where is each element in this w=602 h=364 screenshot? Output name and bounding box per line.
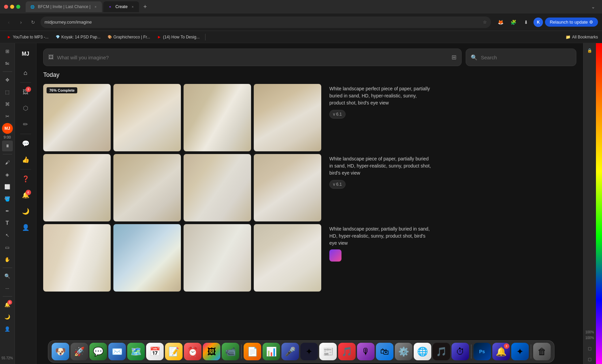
gallery-image-1-3[interactable] — [184, 84, 251, 151]
dock-music[interactable]: 🎵 — [338, 343, 356, 360]
minimize-button[interactable] — [10, 5, 14, 9]
dock-appstore[interactable]: 🛍 — [376, 343, 393, 360]
gallery-image-1-1[interactable]: 76% Complete — [43, 84, 111, 151]
back-button[interactable]: ‹ — [4, 18, 13, 27]
gallery-image-3-1[interactable] — [43, 224, 111, 292]
moon-tool[interactable]: 🌙 — [2, 311, 13, 322]
dock-spotify[interactable]: 🎵 — [433, 343, 450, 360]
dock-craft[interactable]: ✦ — [300, 343, 318, 360]
imagine-bar[interactable]: 🖼 ⊞ — [43, 49, 462, 66]
lasso-tool[interactable]: ⌘ — [2, 99, 13, 110]
pause-button[interactable]: ⏸ — [2, 141, 13, 151]
tab-bfcm[interactable]: 🌐 BFCM | Invite | Last Chance | × — [26, 1, 102, 12]
new-tab-button[interactable]: + — [140, 2, 150, 11]
bookmark-howtodesign[interactable]: ▶ (14) How To Desig... — [154, 33, 202, 41]
relaunch-button[interactable]: Relaunch to update ⚙ — [545, 18, 598, 27]
user-tool[interactable]: 👤 — [2, 324, 13, 334]
gallery-image-3-3[interactable] — [184, 224, 251, 292]
gallery-image-3-2[interactable] — [113, 224, 181, 292]
stamp-tool[interactable]: ◈ — [2, 169, 13, 180]
path-tool[interactable]: ↖ — [2, 230, 13, 241]
type-tool[interactable]: T — [2, 218, 13, 229]
bookmark-koyak[interactable]: 💎 Koyak: 14 PSD Pap... — [53, 33, 103, 41]
dock-maps[interactable]: 🗺️ — [127, 343, 145, 360]
puzzle-icon[interactable]: 🧩 — [508, 17, 519, 28]
close-button[interactable] — [4, 5, 8, 9]
move-tool[interactable]: ✥ — [2, 74, 13, 85]
fullscreen-button[interactable] — [16, 5, 20, 9]
mj-nav-edit[interactable]: ✏ — [19, 118, 32, 131]
dock-chrome[interactable]: 🌐 — [414, 343, 431, 360]
crop-tool[interactable]: ✂ — [2, 111, 13, 122]
user-avatar[interactable]: K — [533, 18, 543, 27]
imagine-input[interactable] — [57, 55, 448, 60]
mj-nav-like[interactable]: 👍 — [19, 153, 32, 166]
eyedropper-tool[interactable]: MJ — [2, 123, 13, 134]
dock-finder[interactable]: 🐶 — [52, 343, 69, 360]
bookmark-graphicheroco[interactable]: 🎨 Graphicheroco | Fr... — [105, 33, 153, 41]
mj-nav-help[interactable]: ❓ — [19, 172, 32, 186]
dock-notes[interactable]: 📝 — [165, 343, 183, 360]
mj-nav-bell[interactable]: 🔔 8 — [19, 188, 32, 202]
dock-keynote[interactable]: 🎤 — [281, 343, 299, 360]
dock-craft-2[interactable]: ✦ — [511, 343, 529, 360]
hand-tool[interactable]: ✋ — [2, 254, 13, 265]
tab-close-bfcm[interactable]: × — [93, 4, 98, 9]
more-tool[interactable]: ··· — [2, 283, 13, 294]
pen-tool[interactable]: ✒ — [2, 206, 13, 216]
tab-create[interactable]: ✦ Create × — [103, 1, 139, 12]
reload-button[interactable]: ↻ — [28, 18, 38, 27]
gallery-image-2-2[interactable] — [113, 154, 181, 221]
mj-nav-images[interactable]: 🖼 3 — [19, 85, 32, 99]
zoom-tool[interactable]: 🔍 — [2, 271, 13, 281]
dock-calendar[interactable]: 📅 — [146, 343, 164, 360]
dock-numbers[interactable]: 📊 — [263, 343, 280, 360]
all-bookmarks-label[interactable]: All Bookmarks — [572, 35, 598, 39]
gallery-image-2-1[interactable] — [43, 154, 111, 221]
eraser-tool[interactable]: ⬜ — [2, 181, 13, 192]
brush-tool[interactable]: 🖌 — [2, 157, 13, 168]
dock-messages[interactable]: 💬 — [89, 343, 107, 360]
mj-nav-user[interactable]: 👤 — [19, 221, 32, 234]
dock-klokki[interactable]: ⏱ — [451, 343, 469, 360]
mj-nav-home[interactable]: ⌂ — [19, 66, 32, 80]
version-badge-2[interactable]: v 6.1 — [329, 180, 346, 189]
ps-icon-button[interactable]: Sc — [2, 58, 13, 69]
tab-list-button[interactable]: ⌄ — [589, 3, 598, 11]
dock-notchmeister[interactable]: 🔔 3 — [492, 343, 510, 360]
dock-podcasts[interactable]: 🎙 — [357, 343, 375, 360]
gallery-image-1-4[interactable] — [254, 84, 321, 151]
gallery-image-1-2[interactable] — [113, 84, 181, 151]
mj-nav-collections[interactable]: ⬡ — [19, 101, 32, 115]
paint-bucket-tool[interactable]: 🪣 — [2, 193, 13, 204]
select-tool[interactable]: ⬚ — [2, 87, 13, 97]
gallery-image-3-4[interactable] — [254, 224, 321, 292]
download-icon[interactable]: ⬇ — [521, 17, 531, 28]
ps-right-lock[interactable]: 🔒 — [585, 46, 595, 55]
notification-tool[interactable]: 🔔 3 — [2, 299, 13, 310]
extensions-icon[interactable]: 🦊 — [495, 17, 506, 28]
forward-button[interactable]: › — [16, 18, 26, 27]
dock-settings[interactable]: ⚙️ — [395, 343, 412, 360]
mj-nav-chat[interactable]: 💬 — [19, 137, 32, 150]
dock-pages[interactable]: 📄 — [244, 343, 261, 360]
dock-facetime[interactable]: 📹 — [222, 343, 239, 360]
address-bar[interactable]: midjourney.com/imagine ☆ — [40, 17, 491, 28]
grid-tool-button[interactable]: ⊞ — [2, 46, 13, 57]
filter-icon[interactable]: ⊞ — [451, 54, 457, 61]
dock-photoshop[interactable]: Ps — [473, 343, 491, 360]
mj-nav-moon[interactable]: 🌙 — [19, 205, 32, 218]
tab-close-create[interactable]: × — [130, 4, 135, 9]
dock-launchpad[interactable]: 🚀 — [71, 343, 88, 360]
dock-reminders[interactable]: ⏰ — [184, 343, 201, 360]
gallery-image-2-3[interactable] — [184, 154, 251, 221]
dock-photos[interactable]: 🖼 — [203, 343, 220, 360]
shape-tool[interactable]: ▭ — [2, 242, 13, 253]
gallery-image-2-4[interactable] — [254, 154, 321, 221]
bookmark-star-icon[interactable]: ☆ — [483, 20, 487, 25]
search-bar[interactable]: 🔍 — [466, 49, 576, 66]
bookmark-youtube[interactable]: ▶ YouTube to MP3 -... — [4, 33, 51, 41]
dock-trash[interactable]: 🗑 — [533, 343, 551, 360]
search-input[interactable] — [481, 55, 571, 60]
dock-mail[interactable]: ✉️ — [108, 343, 126, 360]
